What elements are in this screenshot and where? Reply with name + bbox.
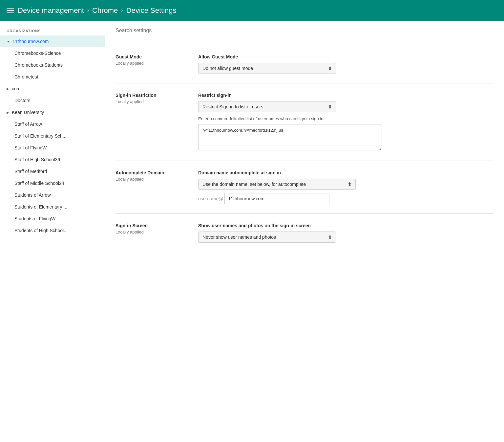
sidebar-item-students-highschool[interactable]: Students of High School...: [0, 225, 105, 236]
sidebar-item-chrometest[interactable]: Chrometest: [0, 71, 105, 83]
sidebar-item-label: com: [12, 86, 20, 91]
chevron-right-icon-kean: ▶: [7, 111, 9, 114]
sidebar-item-chromebooks-science[interactable]: Chromebooks-Science: [0, 47, 105, 59]
sidebar-item-staff-medford[interactable]: Staff of Medford: [0, 166, 105, 177]
signin-screen-applied: Locally applied: [116, 230, 188, 234]
breadcrumb-device-management[interactable]: Device management: [18, 6, 84, 15]
content-area: Guest Mode Locally applied Allow Guest M…: [105, 21, 504, 442]
signin-restriction-select[interactable]: Restrict Sign-in to list of users: Do no…: [198, 101, 336, 112]
sidebar-item-chromebooks-students[interactable]: Chromebooks-Students: [0, 59, 105, 71]
guest-mode-control-label: Allow Guest Mode: [198, 54, 494, 59]
sidebar-item-11thhournow[interactable]: ▼ 11thhournow.com: [0, 35, 105, 47]
sidebar-item-students-elementary[interactable]: Students of Elementary ...: [0, 201, 105, 213]
signin-restriction-setting: Sign-in Restriction Locally applied Rest…: [116, 83, 494, 161]
sidebar-item-label: Staff of Elementary Sch...: [14, 133, 66, 139]
sidebar-item-com[interactable]: ▶ com: [0, 83, 105, 95]
chevron-down-icon: ▼: [7, 40, 10, 43]
chevron-right-icon: ▶: [7, 87, 9, 91]
signin-screen-select-wrapper: Never show user names and photos Always …: [198, 232, 336, 243]
guest-mode-control: Allow Guest Mode Do not allow guest mode…: [198, 54, 494, 74]
signin-restriction-applied: Locally applied: [116, 99, 188, 104]
guest-mode-setting: Guest Mode Locally applied Allow Guest M…: [116, 45, 494, 83]
sidebar-item-kean-university[interactable]: ▶ Kean University: [0, 106, 105, 118]
sidebar-item-label: Staff of Medford: [14, 169, 47, 174]
sidebar-item-doctors[interactable]: Doctors: [0, 95, 105, 106]
guest-mode-select[interactable]: Do not allow guest mode Allow guest mode: [198, 63, 336, 74]
breadcrumb-device-settings[interactable]: Device Settings: [126, 6, 177, 15]
breadcrumb-chrome[interactable]: Chrome: [92, 6, 118, 15]
sidebar-item-label: Chrometest: [14, 74, 38, 79]
sidebar-item-label: Staff of FlyingW: [14, 145, 47, 150]
sidebar-item-staff-of-arrow[interactable]: Staff of Arrow: [0, 118, 105, 130]
signin-screen-select[interactable]: Never show user names and photos Always …: [198, 232, 336, 243]
search-bar-wrapper: [105, 21, 504, 37]
autocomplete-domain-control-label: Domain name autocomplete at sign in: [198, 170, 494, 175]
signin-restriction-control: Restrict sign-in Restrict Sign-in to lis…: [198, 93, 494, 151]
signin-restriction-control-label: Restrict sign-in: [198, 93, 494, 98]
signin-screen-name: Sign-in Screen: [116, 223, 188, 228]
sidebar-item-label: Kean University: [12, 110, 44, 115]
sidebar-item-staff-flyingw[interactable]: Staff of FlyingW: [0, 142, 105, 154]
breadcrumb-chevron-1: ›: [87, 8, 89, 13]
signin-restriction-select-wrapper: Restrict Sign-in to list of users: Do no…: [198, 101, 336, 112]
menu-icon[interactable]: [7, 8, 14, 13]
signin-restriction-label-col: Sign-in Restriction Locally applied: [116, 93, 188, 151]
settings-content: Guest Mode Locally applied Allow Guest M…: [105, 37, 504, 260]
app-header: Device management › Chrome › Device Sett…: [0, 0, 504, 21]
sidebar: ORGANIZATIONS ▼ 11thhournow.com Chromebo…: [0, 21, 105, 442]
sidebar-item-label: Students of High School...: [14, 228, 68, 233]
sidebar-item-staff-elementary[interactable]: Staff of Elementary Sch...: [0, 130, 105, 142]
main-layout: ORGANIZATIONS ▼ 11thhournow.com Chromebo…: [0, 21, 504, 442]
signin-screen-control: Show user names and photos on the sign-i…: [198, 223, 494, 243]
sidebar-item-label: Students of FlyingW: [14, 216, 55, 221]
autocomplete-domain-name: Autocomplete Domain: [116, 170, 188, 175]
sidebar-item-students-flyingw[interactable]: Students of FlyingW: [0, 213, 105, 225]
signin-restriction-textarea[interactable]: [198, 124, 382, 150]
autocomplete-domain-label-col: Autocomplete Domain Locally applied: [116, 170, 188, 204]
sidebar-section-label: ORGANIZATIONS: [0, 26, 105, 35]
autocomplete-domain-select-wrapper: Use the domain name, set below, for auto…: [198, 179, 356, 190]
sidebar-item-label: Doctors: [14, 98, 30, 103]
sidebar-item-label: Students of Arrow: [14, 192, 51, 198]
breadcrumb-chevron-2: ›: [121, 8, 123, 13]
autocomplete-domain-select[interactable]: Use the domain name, set below, for auto…: [198, 179, 356, 190]
guest-mode-label-col: Guest Mode Locally applied: [116, 54, 188, 74]
guest-mode-name: Guest Mode: [116, 54, 188, 59]
domain-name-input[interactable]: [224, 193, 329, 204]
sidebar-item-label: 11thhournow.com: [12, 39, 49, 44]
autocomplete-domain-applied: Locally applied: [116, 177, 188, 182]
sidebar-item-label: Chromebooks-Science: [14, 51, 61, 56]
autocomplete-domain-control: Domain name autocomplete at sign in Use …: [198, 170, 494, 204]
sidebar-item-label: Staff of High School36: [14, 157, 60, 162]
guest-mode-select-wrapper: Do not allow guest mode Allow guest mode…: [198, 63, 336, 74]
sidebar-item-label: Staff of Middle School24: [14, 181, 64, 186]
signin-screen-label-col: Sign-in Screen Locally applied: [116, 223, 188, 243]
signin-screen-setting: Sign-in Screen Locally applied Show user…: [116, 214, 494, 252]
sidebar-item-staff-middleschool[interactable]: Staff of Middle School24: [0, 177, 105, 189]
signin-restriction-name: Sign-in Restriction: [116, 93, 188, 98]
breadcrumb: Device management › Chrome › Device Sett…: [18, 6, 177, 15]
sidebar-item-staff-highschool[interactable]: Staff of High School36: [0, 154, 105, 166]
guest-mode-applied: Locally applied: [116, 61, 188, 66]
autocomplete-domain-setting: Autocomplete Domain Locally applied Doma…: [116, 161, 494, 214]
sidebar-item-label: Staff of Arrow: [14, 122, 42, 127]
sidebar-item-label: Students of Elementary ...: [14, 204, 67, 210]
signin-restriction-help-text: Enter a comma-delimited list of username…: [198, 116, 494, 122]
search-input[interactable]: [116, 28, 299, 37]
domain-prefix-label: username@: [198, 196, 223, 201]
signin-screen-control-label: Show user names and photos on the sign-i…: [198, 223, 494, 228]
sidebar-item-label: Chromebooks-Students: [14, 62, 63, 68]
sidebar-item-students-of-arrow[interactable]: Students of Arrow: [0, 189, 105, 201]
domain-input-row: username@: [198, 193, 494, 204]
